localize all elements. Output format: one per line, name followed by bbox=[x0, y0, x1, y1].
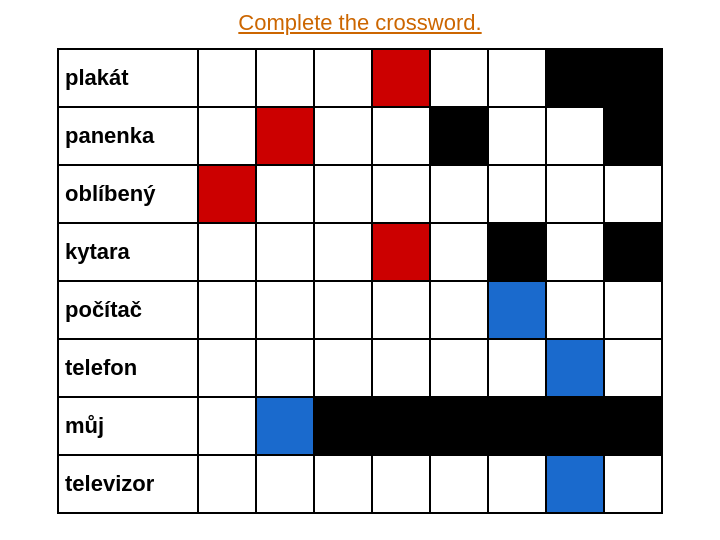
crossword-cell[interactable] bbox=[605, 340, 663, 398]
crossword-cell[interactable] bbox=[257, 456, 315, 514]
crossword-cell[interactable] bbox=[315, 340, 373, 398]
crossword-cell bbox=[547, 398, 605, 456]
word-label: televizor bbox=[59, 456, 199, 514]
word-label: můj bbox=[59, 398, 199, 456]
page-title: Complete the crossword. bbox=[238, 10, 481, 36]
crossword-cell[interactable] bbox=[257, 340, 315, 398]
crossword-cell[interactable] bbox=[199, 340, 257, 398]
word-label: oblíbený bbox=[59, 166, 199, 224]
crossword-cell[interactable] bbox=[605, 282, 663, 340]
crossword-cell bbox=[605, 224, 663, 282]
crossword-cell[interactable] bbox=[489, 166, 547, 224]
crossword-cell[interactable] bbox=[431, 166, 489, 224]
crossword-cell[interactable] bbox=[373, 340, 431, 398]
crossword-cell[interactable] bbox=[315, 108, 373, 166]
crossword-cell bbox=[373, 224, 431, 282]
crossword-cell[interactable] bbox=[489, 456, 547, 514]
crossword-cell[interactable] bbox=[373, 108, 431, 166]
crossword-cell[interactable] bbox=[431, 224, 489, 282]
crossword-cell[interactable] bbox=[431, 282, 489, 340]
crossword-cell[interactable] bbox=[257, 282, 315, 340]
crossword-cell[interactable] bbox=[199, 282, 257, 340]
crossword-cell[interactable] bbox=[547, 108, 605, 166]
word-label: počítač bbox=[59, 282, 199, 340]
crossword-cell bbox=[257, 398, 315, 456]
word-label: telefon bbox=[59, 340, 199, 398]
crossword-cell[interactable] bbox=[199, 224, 257, 282]
crossword-cell[interactable] bbox=[315, 224, 373, 282]
crossword-cell bbox=[605, 108, 663, 166]
table-row: telefon bbox=[59, 340, 663, 398]
crossword-cell[interactable] bbox=[315, 166, 373, 224]
crossword-cell[interactable] bbox=[489, 50, 547, 108]
crossword-cell[interactable] bbox=[373, 166, 431, 224]
crossword-cell[interactable] bbox=[547, 224, 605, 282]
crossword-cell bbox=[489, 398, 547, 456]
crossword-cell[interactable] bbox=[199, 50, 257, 108]
word-label: plakát bbox=[59, 50, 199, 108]
crossword-cell[interactable] bbox=[547, 282, 605, 340]
crossword-cell bbox=[547, 340, 605, 398]
crossword-cell[interactable] bbox=[547, 166, 605, 224]
table-row: můj bbox=[59, 398, 663, 456]
crossword-cell[interactable] bbox=[257, 166, 315, 224]
crossword-cell[interactable] bbox=[257, 224, 315, 282]
crossword-cell[interactable] bbox=[199, 398, 257, 456]
crossword-cell bbox=[199, 166, 257, 224]
crossword-cell[interactable] bbox=[315, 456, 373, 514]
crossword-cell[interactable] bbox=[605, 456, 663, 514]
crossword-cell bbox=[547, 456, 605, 514]
word-label: kytara bbox=[59, 224, 199, 282]
crossword-cell bbox=[315, 398, 373, 456]
crossword-cell bbox=[431, 108, 489, 166]
crossword-cell bbox=[489, 224, 547, 282]
crossword-grid: plakátpanenkaoblíbenýkytarapočítačtelefo… bbox=[57, 48, 663, 514]
crossword-cell[interactable] bbox=[373, 456, 431, 514]
crossword-cell[interactable] bbox=[199, 456, 257, 514]
table-row: televizor bbox=[59, 456, 663, 514]
word-label: panenka bbox=[59, 108, 199, 166]
crossword-cell bbox=[547, 50, 605, 108]
crossword-cell[interactable] bbox=[431, 50, 489, 108]
crossword-cell bbox=[257, 108, 315, 166]
crossword-cell[interactable] bbox=[199, 108, 257, 166]
crossword-cell[interactable] bbox=[257, 50, 315, 108]
crossword-cell[interactable] bbox=[315, 50, 373, 108]
table-row: plakát bbox=[59, 50, 663, 108]
crossword-cell[interactable] bbox=[431, 340, 489, 398]
crossword-cell bbox=[605, 398, 663, 456]
crossword-cell[interactable] bbox=[605, 166, 663, 224]
crossword-cell[interactable] bbox=[489, 340, 547, 398]
crossword-cell bbox=[373, 50, 431, 108]
crossword-cell[interactable] bbox=[373, 282, 431, 340]
crossword-cell[interactable] bbox=[315, 282, 373, 340]
table-row: počítač bbox=[59, 282, 663, 340]
table-row: oblíbený bbox=[59, 166, 663, 224]
crossword-cell bbox=[431, 398, 489, 456]
crossword-cell[interactable] bbox=[489, 108, 547, 166]
crossword-cell bbox=[373, 398, 431, 456]
crossword-cell bbox=[605, 50, 663, 108]
table-row: panenka bbox=[59, 108, 663, 166]
table-row: kytara bbox=[59, 224, 663, 282]
crossword-cell[interactable] bbox=[431, 456, 489, 514]
crossword-cell bbox=[489, 282, 547, 340]
